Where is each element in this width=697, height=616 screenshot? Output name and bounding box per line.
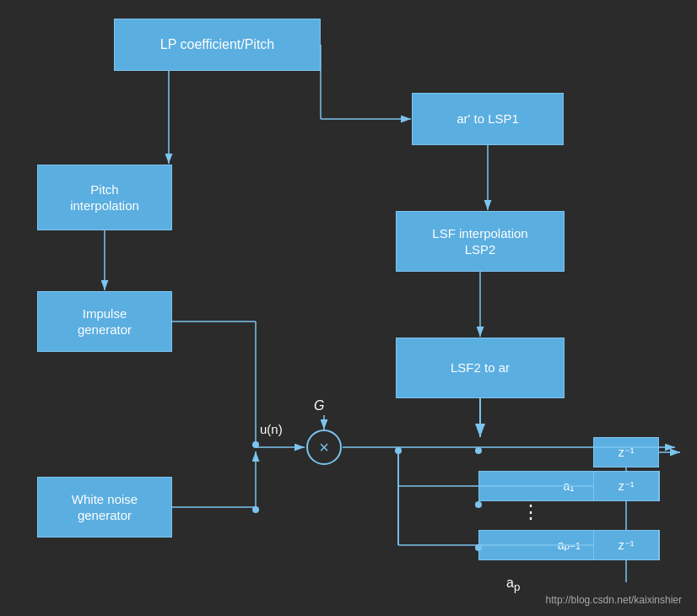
z1-bot-box: z⁻¹ — [593, 530, 659, 560]
g-label: G — [314, 398, 324, 413]
diagram: LP coefficient/Pitch ar' to LSP1 Pitchin… — [0, 0, 697, 616]
watermark: http://blog.csdn.net/kaixinshier — [546, 594, 682, 606]
node-white — [252, 506, 259, 513]
impulse-gen-box: Impulsegenerator — [37, 291, 172, 352]
white-noise-box: White noisegenerator — [37, 477, 172, 538]
z1-top-box: z⁻¹ — [593, 437, 659, 467]
node-feedback-mid — [475, 501, 482, 508]
multiplier-circle: × — [306, 430, 342, 465]
node-impulse — [252, 441, 259, 448]
lsf-interp-box: LSF interpolationLSP2 — [396, 211, 565, 272]
node-after-mult — [395, 447, 402, 454]
lp-coeff-box: LP coefficient/Pitch — [114, 19, 321, 71]
lsf2-ar-box: LSF2 to ar — [396, 338, 565, 398]
node-feedback-bot — [475, 544, 482, 551]
z1-mid-box: z⁻¹ — [593, 471, 659, 501]
ar-to-lsp1-box: ar' to LSP1 — [412, 93, 564, 145]
un-label: u(n) — [260, 422, 283, 436]
ap-label: ap — [506, 575, 520, 593]
pitch-interp-box: Pitchinterpolation — [37, 165, 172, 230]
dots-label: ⋮ — [521, 503, 540, 521]
node-feedback-top — [475, 447, 482, 454]
